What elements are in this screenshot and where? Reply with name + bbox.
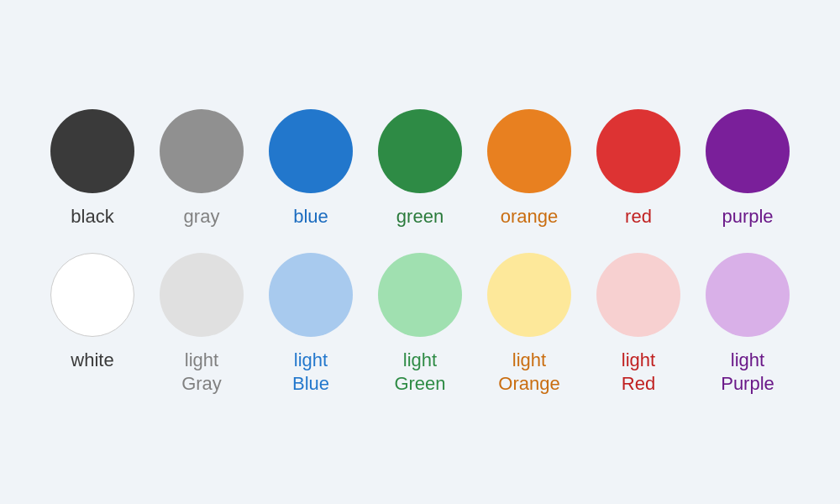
label-blue: blue [293, 205, 328, 228]
row-dark: blackgraybluegreenorangeredpurple [42, 109, 798, 228]
color-item-blue: blue [260, 109, 361, 228]
circle-gray [160, 109, 244, 193]
color-item-green: green [370, 109, 470, 228]
label-light-purple: lightPurple [721, 349, 774, 395]
color-item-light-orange: lightOrange [479, 253, 580, 395]
color-item-light-green: lightGreen [370, 253, 470, 395]
circle-light-gray [160, 253, 244, 337]
label-light-orange: lightOrange [498, 349, 559, 395]
circle-orange [487, 109, 571, 193]
label-light-red: lightRed [622, 349, 655, 395]
color-item-purple: purple [697, 109, 798, 228]
label-light-green: lightGreen [394, 349, 445, 395]
label-orange: orange [501, 205, 559, 228]
color-item-light-blue: lightBlue [260, 253, 361, 395]
label-purple: purple [722, 205, 773, 228]
circle-red [596, 109, 680, 193]
label-green: green [396, 205, 444, 228]
color-item-orange: orange [479, 109, 580, 228]
color-item-white: white [42, 253, 143, 372]
label-white: white [71, 349, 113, 372]
circle-light-red [596, 253, 680, 337]
circle-light-blue [269, 253, 353, 337]
row-light: whitelightGraylightBluelightGreenlightOr… [42, 253, 798, 395]
label-gray: gray [184, 205, 220, 228]
circle-purple [706, 109, 790, 193]
color-grid: blackgraybluegreenorangeredpurplewhiteli… [8, 92, 832, 412]
color-item-light-purple: lightPurple [697, 253, 798, 395]
circle-blue [269, 109, 353, 193]
color-item-light-gray: lightGray [151, 253, 252, 395]
label-black: black [71, 205, 113, 228]
color-item-light-red: lightRed [588, 253, 689, 395]
circle-light-green [378, 253, 462, 337]
color-item-black: black [42, 109, 143, 228]
circle-white [50, 253, 134, 337]
color-item-gray: gray [151, 109, 252, 228]
circle-light-orange [487, 253, 571, 337]
circle-green [378, 109, 462, 193]
circle-light-purple [706, 253, 790, 337]
label-light-blue: lightBlue [292, 349, 329, 395]
color-item-red: red [588, 109, 689, 228]
label-red: red [625, 205, 652, 228]
circle-black [50, 109, 134, 193]
label-light-gray: lightGray [181, 349, 222, 395]
